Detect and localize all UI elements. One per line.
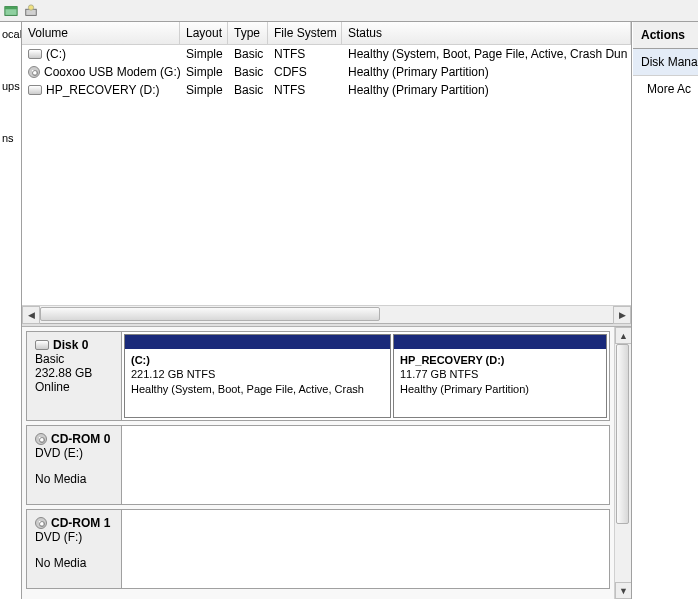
disk-partitions: (C:)221.12 GB NTFSHealthy (System, Boot,… — [122, 332, 609, 420]
disk-state: Online — [35, 380, 113, 394]
volume-layout: Simple — [180, 64, 228, 80]
toolbar-icon-1[interactable] — [4, 4, 18, 18]
volume-fs: CDFS — [268, 64, 342, 80]
volume-row[interactable]: Cooxoo USB Modem (G:)SimpleBasicCDFSHeal… — [22, 63, 631, 81]
scroll-thumb[interactable] — [40, 307, 380, 321]
disk-view-inner: Disk 0Basic232.88 GBOnline(C:)221.12 GB … — [22, 327, 614, 599]
disk-size: 232.88 GB — [35, 366, 113, 380]
partition[interactable]: HP_RECOVERY (D:)11.77 GB NTFSHealthy (Pr… — [393, 334, 607, 418]
partition-size: 221.12 GB NTFS — [131, 367, 384, 381]
disk-label[interactable]: CD-ROM 1DVD (F:)No Media — [27, 510, 122, 588]
partition-color-bar — [394, 335, 606, 349]
volume-name: Cooxoo USB Modem (G:) — [44, 65, 180, 79]
volume-layout: Simple — [180, 82, 228, 98]
volume-list: Volume Layout Type File System Status (C… — [22, 22, 631, 323]
disk-graphical-view: Disk 0Basic232.88 GBOnline(C:)221.12 GB … — [22, 327, 631, 599]
volume-layout: Simple — [180, 46, 228, 62]
nav-item-groups[interactable]: ups — [2, 80, 19, 92]
disk-block: Disk 0Basic232.88 GBOnline(C:)221.12 GB … — [26, 331, 610, 421]
partition-status: Healthy (Primary Partition) — [400, 382, 600, 396]
partition-color-bar — [125, 335, 390, 349]
cd-icon — [28, 66, 40, 78]
disk-label[interactable]: CD-ROM 0DVD (E:)No Media — [27, 426, 122, 504]
scroll-up-arrow[interactable]: ▲ — [615, 327, 631, 344]
disk-title: CD-ROM 1 — [51, 516, 110, 530]
left-nav-tree[interactable]: ocal ups ns — [0, 22, 22, 599]
volume-row[interactable]: HP_RECOVERY (D:)SimpleBasicNTFSHealthy (… — [22, 81, 631, 99]
disk-block: CD-ROM 0DVD (E:)No Media — [26, 425, 610, 505]
toolbar — [0, 0, 698, 22]
col-header-status[interactable]: Status — [342, 22, 631, 44]
volume-type: Basic — [228, 64, 268, 80]
svg-point-3 — [28, 4, 33, 9]
actions-pane: Actions Disk Manage More Ac — [632, 22, 698, 599]
disk-state: No Media — [35, 556, 113, 570]
disk-block: CD-ROM 1DVD (F:)No Media — [26, 509, 610, 589]
volume-fs: NTFS — [268, 46, 342, 62]
disk-label[interactable]: Disk 0Basic232.88 GBOnline — [27, 332, 122, 420]
volume-list-header: Volume Layout Type File System Status — [22, 22, 631, 45]
disk-type: DVD (F:) — [35, 530, 113, 544]
volume-row[interactable]: (C:)SimpleBasicNTFSHealthy (System, Boot… — [22, 45, 631, 63]
volume-fs: NTFS — [268, 82, 342, 98]
volume-type: Basic — [228, 46, 268, 62]
center-pane: Volume Layout Type File System Status (C… — [22, 22, 632, 599]
drive-icon — [28, 85, 42, 95]
partition-name: HP_RECOVERY (D:) — [400, 353, 600, 367]
vertical-scrollbar[interactable]: ▲ ▼ — [614, 327, 631, 599]
disk-title: CD-ROM 0 — [51, 432, 110, 446]
toolbar-icon-2[interactable] — [24, 4, 38, 18]
partition[interactable]: (C:)221.12 GB NTFSHealthy (System, Boot,… — [124, 334, 391, 418]
scroll-left-arrow[interactable]: ◀ — [22, 306, 40, 324]
drive-icon — [35, 340, 49, 350]
disk-partitions — [122, 510, 609, 588]
drive-icon — [28, 49, 42, 59]
col-header-layout[interactable]: Layout — [180, 22, 228, 44]
disk-state: No Media — [35, 472, 113, 486]
actions-header: Actions — [633, 22, 698, 49]
volume-status: Healthy (Primary Partition) — [342, 64, 631, 80]
scroll-down-arrow[interactable]: ▼ — [615, 582, 631, 599]
scroll-right-arrow[interactable]: ▶ — [613, 306, 631, 324]
disk-type: Basic — [35, 352, 113, 366]
partition-size: 11.77 GB NTFS — [400, 367, 600, 381]
disk-partitions — [122, 426, 609, 504]
volume-name: (C:) — [46, 47, 66, 61]
volume-status: Healthy (System, Boot, Page File, Active… — [342, 46, 631, 62]
disk-type: DVD (E:) — [35, 446, 113, 460]
cd-icon — [35, 517, 47, 529]
volume-type: Basic — [228, 82, 268, 98]
volume-list-body: (C:)SimpleBasicNTFSHealthy (System, Boot… — [22, 45, 631, 305]
action-disk-management[interactable]: Disk Manage — [633, 49, 698, 76]
volume-name: HP_RECOVERY (D:) — [46, 83, 160, 97]
col-header-type[interactable]: Type — [228, 22, 268, 44]
col-header-filesystem[interactable]: File System — [268, 22, 342, 44]
nav-item-local[interactable]: ocal — [2, 28, 19, 40]
nav-item-ns[interactable]: ns — [2, 132, 19, 144]
action-more-actions[interactable]: More Ac — [633, 76, 698, 102]
partition-status: Healthy (System, Boot, Page File, Active… — [131, 382, 384, 396]
partition-name: (C:) — [131, 353, 384, 367]
disk-title: Disk 0 — [53, 338, 88, 352]
vscroll-thumb[interactable] — [616, 344, 629, 524]
svg-rect-1 — [5, 6, 17, 9]
cd-icon — [35, 433, 47, 445]
volume-status: Healthy (Primary Partition) — [342, 82, 631, 98]
col-header-volume[interactable]: Volume — [22, 22, 180, 44]
horizontal-scrollbar[interactable]: ◀ ▶ — [22, 305, 631, 323]
